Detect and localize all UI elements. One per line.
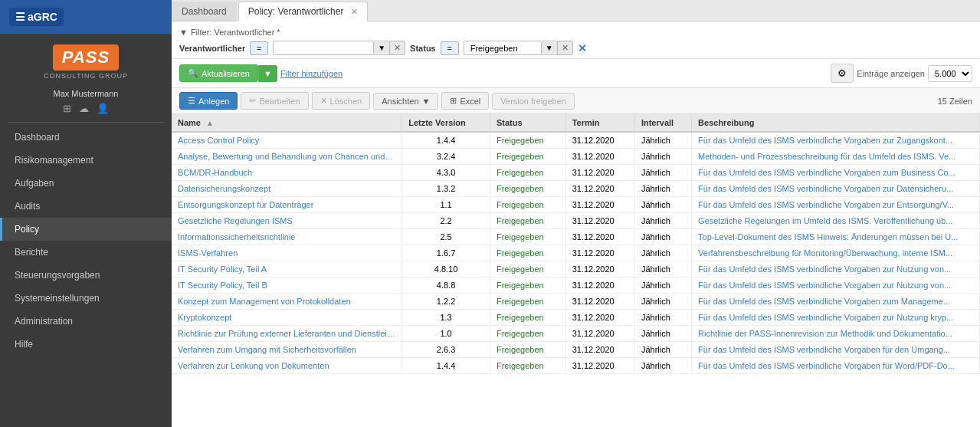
entries-select[interactable]: 5.000 100 500 1.000	[928, 65, 972, 82]
add-filter-button[interactable]: Filter hinzufügen	[280, 69, 343, 78]
tab-dashboard[interactable]: Dashboard	[172, 2, 237, 21]
col-status[interactable]: Status	[490, 114, 565, 132]
anlegen-icon: ☰	[188, 96, 195, 106]
update-button-label: Aktualisieren	[202, 69, 250, 78]
sidebar-item-systemeinstellungen[interactable]: Systemeinstellungen	[0, 287, 172, 310]
toolbar: 🔍 Aktualisieren ▼ Filter hinzufügen ⚙ Ei…	[172, 59, 980, 88]
action-bar: ☰ Anlegen ✏ Bearbeiten ✕ Löschen Ansicht…	[172, 88, 980, 114]
cell-version: 1.4.4	[402, 132, 490, 149]
table-row[interactable]: IT Security Policy, Teil B4.8.8Freigegeb…	[172, 278, 980, 294]
sidebar-item-audits[interactable]: Audits	[0, 195, 172, 218]
update-button[interactable]: 🔍 Aktualisieren	[179, 64, 258, 82]
filter-collapse-icon[interactable]: ▼	[179, 28, 188, 37]
table-row[interactable]: Konzept zum Management von Protokolldate…	[172, 294, 980, 310]
cell-status: Freigegeben	[490, 149, 565, 165]
cell-name[interactable]: Kryptokonzept	[172, 310, 402, 326]
table-row[interactable]: Informationssicherheitsrichtlinie2.5Frei…	[172, 229, 980, 245]
cloud-icon[interactable]: ☁	[79, 103, 89, 114]
tab-close-icon[interactable]: ✕	[351, 7, 358, 16]
main-area: Dashboard Policy: Verantwortlicher ✕ ▼ F…	[172, 0, 980, 427]
sidebar-item-hilfe[interactable]: Hilfe	[0, 333, 172, 356]
excel-icon: ⊞	[450, 96, 457, 106]
sidebar-item-policy[interactable]: Policy	[0, 218, 172, 241]
table-row[interactable]: Kryptokonzept1.3Freigegeben31.12.2020Jäh…	[172, 310, 980, 326]
cell-intervall: Jährlich	[634, 342, 691, 358]
cell-name[interactable]: Analyse, Bewertung und Behandlung von Ch…	[172, 149, 402, 165]
cell-termin: 31.12.2020	[565, 278, 634, 294]
filter-status-dropdown-icon[interactable]: ▼	[541, 42, 557, 54]
table-row[interactable]: Gesetzliche Regelungen ISMS2.2Freigegebe…	[172, 213, 980, 229]
cell-name[interactable]: BCM/DR-Handbuch	[172, 165, 402, 181]
sidebar-item-dashboard[interactable]: Dashboard	[0, 126, 172, 149]
excel-button[interactable]: ⊞ Excel	[441, 92, 489, 110]
cell-termin: 31.12.2020	[565, 197, 634, 213]
anlegen-button[interactable]: ☰ Anlegen	[179, 92, 238, 110]
col-intervall[interactable]: Intervall	[634, 114, 691, 132]
sidebar-item-administration[interactable]: Administration	[0, 310, 172, 333]
cell-name[interactable]: ISMS-Verfahren	[172, 245, 402, 261]
cell-intervall: Jährlich	[634, 213, 691, 229]
filter-global-clear-icon[interactable]: ✕	[578, 42, 587, 54]
cell-version: 1.0	[402, 326, 490, 342]
table-row[interactable]: Datensicherungskonzept1.3.2Freigegeben31…	[172, 181, 980, 197]
table-row[interactable]: Access Control Policy1.4.4Freigegeben31.…	[172, 132, 980, 149]
loeschen-button[interactable]: ✕ Löschen	[312, 92, 371, 110]
col-name[interactable]: Name ▲	[172, 114, 402, 132]
settings-button[interactable]: ⚙	[831, 64, 854, 83]
bearbeiten-button[interactable]: ✏ Bearbeiten	[241, 92, 308, 110]
sidebar-item-aufgaben[interactable]: Aufgaben	[0, 172, 172, 195]
table-row[interactable]: IT Security Policy, Teil A4.8.10Freigege…	[172, 261, 980, 278]
filter-status-operator[interactable]: =	[441, 41, 459, 55]
cell-beschreibung: Für das Umfeld des ISMS verbindliche Vor…	[692, 197, 980, 213]
col-beschreibung[interactable]: Beschreibung	[692, 114, 980, 132]
sidebar-item-risikomanagement[interactable]: Risikomanagement	[0, 149, 172, 172]
cell-name[interactable]: Informationssicherheitsrichtlinie	[172, 229, 402, 245]
cell-name[interactable]: IT Security Policy, Teil B	[172, 278, 402, 294]
filter-status-clear-icon[interactable]: ✕	[557, 41, 572, 54]
cell-intervall: Jährlich	[634, 261, 691, 278]
cell-name[interactable]: Access Control Policy	[172, 132, 402, 149]
filter-field-operator[interactable]: =	[250, 41, 268, 55]
filter-field-input[interactable]	[274, 42, 373, 54]
table-row[interactable]: Verfahren zum Umgang mit Sicherheitsvorf…	[172, 342, 980, 358]
filter-field-clear-icon[interactable]: ✕	[389, 41, 405, 54]
cell-status: Freigegeben	[490, 165, 565, 181]
app-logo[interactable]: ☰ aGRC	[9, 8, 64, 26]
cell-termin: 31.12.2020	[565, 310, 634, 326]
cell-status: Freigegeben	[490, 342, 565, 358]
cell-name[interactable]: Verfahren zur Lenkung von Dokumenten	[172, 358, 402, 374]
sidebar-item-berichte[interactable]: Berichte	[0, 241, 172, 264]
cell-status: Freigegeben	[490, 181, 565, 197]
table-row[interactable]: BCM/DR-Handbuch4.3.0Freigegeben31.12.202…	[172, 165, 980, 181]
version-freigeben-button[interactable]: Version freigeben	[492, 93, 575, 110]
ansichten-button[interactable]: Ansichten ▼	[373, 93, 438, 110]
cell-name[interactable]: Richtlinie zur Prüfung externer Lieferan…	[172, 326, 402, 342]
cell-name[interactable]: Gesetzliche Regelungen ISMS	[172, 213, 402, 229]
col-termin[interactable]: Termin	[565, 114, 634, 132]
table-row[interactable]: Verfahren zur Lenkung von Dokumenten1.4.…	[172, 358, 980, 374]
update-dropdown-button[interactable]: ▼	[258, 65, 277, 82]
cell-beschreibung: Für das Umfeld des ISMS verbindliche Vor…	[692, 342, 980, 358]
table-row[interactable]: Richtlinie zur Prüfung externer Lieferan…	[172, 326, 980, 342]
grid-icon[interactable]: ⊞	[63, 103, 71, 114]
table-row[interactable]: ISMS-Verfahren1.6.7Freigegeben31.12.2020…	[172, 245, 980, 261]
cell-name[interactable]: Entsorgungskonzept für Datenträger	[172, 197, 402, 213]
entries-label: Einträge anzeigen	[857, 69, 925, 78]
cell-intervall: Jährlich	[634, 181, 691, 197]
filter-field-dropdown-icon[interactable]: ▼	[373, 42, 389, 54]
cell-name[interactable]: Konzept zum Management von Protokolldate…	[172, 294, 402, 310]
filter-title: ▼ Filter: Verantwortlicher *	[179, 28, 972, 37]
table-row[interactable]: Analyse, Bewertung und Behandlung von Ch…	[172, 149, 980, 165]
filter-status-value: Freigegeben	[464, 42, 541, 54]
cell-beschreibung: Für das Umfeld des ISMS verbindliche Vor…	[692, 132, 980, 149]
cell-name[interactable]: IT Security Policy, Teil A	[172, 261, 402, 278]
cell-name[interactable]: Verfahren zum Umgang mit Sicherheitsvorf…	[172, 342, 402, 358]
cell-name[interactable]: Datensicherungskonzept	[172, 181, 402, 197]
sidebar-item-steuerungsvorgaben[interactable]: Steuerungsvorgaben	[0, 264, 172, 287]
tab-policy-verantwortlicher[interactable]: Policy: Verantwortlicher ✕	[238, 2, 368, 21]
col-version[interactable]: Letzte Version	[402, 114, 490, 132]
cell-termin: 31.12.2020	[565, 149, 634, 165]
table-row[interactable]: Entsorgungskonzept für Datenträger1.1Fre…	[172, 197, 980, 213]
loeschen-icon: ✕	[320, 96, 327, 106]
user-icon[interactable]: 👤	[97, 103, 109, 114]
